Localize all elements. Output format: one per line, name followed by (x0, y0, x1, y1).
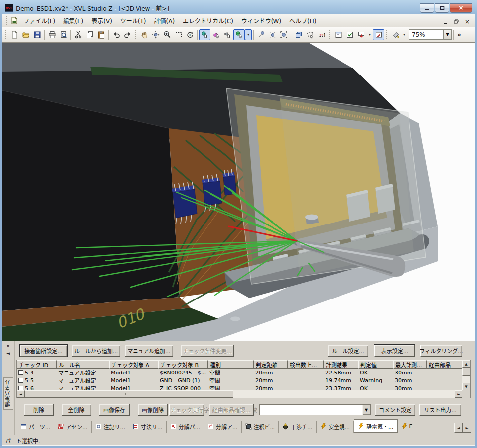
col-max-measure[interactable]: 最大計測... (393, 360, 427, 369)
glue-point-settings-button[interactable]: 接着箇所設定... (20, 345, 67, 357)
new-document-icon[interactable] (8, 29, 20, 40)
import-drop-dropdown[interactable]: ▾ (367, 29, 373, 40)
run-check-button[interactable]: チェック実行 (169, 404, 204, 416)
cut-icon[interactable] (72, 29, 84, 40)
rotate-view-icon[interactable] (184, 29, 196, 40)
tab-note-list[interactable]: 注記リ... (92, 421, 130, 433)
paint-fill-dropdown[interactable]: ▾ (401, 29, 407, 40)
zoom-level-dropdown[interactable]: ▼ (443, 30, 451, 39)
print-preview-icon[interactable] (58, 29, 69, 40)
menu-window[interactable]: ウィンドウ(W) (237, 15, 285, 26)
tab-disassembly-parts[interactable]: 分解パ... (167, 421, 204, 433)
toolbar-grip-4[interactable] (386, 30, 388, 39)
filtering-button[interactable]: フィルタリング... (420, 345, 462, 357)
toolbar-overflow-chevron[interactable]: » (457, 31, 461, 38)
comment-settings-button[interactable]: コメント設定 (375, 404, 415, 416)
lasso-select-icon[interactable] (304, 29, 316, 40)
panel-collapse-icon[interactable]: ◄ (4, 350, 12, 357)
tab-dimension-list[interactable]: 寸法リ... (129, 421, 167, 433)
table-row[interactable]: 5-4 マニュアル設定 Model1 $BN000245 - $... 空間 2… (17, 369, 462, 376)
save-icon[interactable] (31, 29, 43, 40)
point-focus-icon[interactable] (278, 29, 289, 40)
row-checkbox[interactable] (18, 386, 23, 390)
print-icon[interactable] (46, 29, 58, 40)
menu-evaluate[interactable]: 評価(A) (150, 15, 179, 26)
menu-electrical[interactable]: エレクトリカル(C) (179, 15, 237, 26)
move-view-icon[interactable] (150, 29, 161, 40)
table-vertical-scrollbar[interactable]: ▲ ▼ (462, 360, 470, 390)
table-row[interactable]: 5-6 マニュアル設定 Model1 Z_IC-SSOP-000 空間 20mm… (17, 384, 462, 390)
col-judge-distance[interactable]: 判定距離 (254, 360, 288, 369)
tab-disassembly-anim[interactable]: 分解ア... (204, 421, 242, 433)
panel-close-icon[interactable]: ✕ (4, 343, 12, 350)
mdi-close-button[interactable]: × (463, 17, 471, 24)
table-horizontal-scrollbar[interactable]: ◄ ► (17, 390, 463, 398)
tab-scroll-left-icon[interactable]: ◄ (454, 423, 463, 433)
delete-all-button[interactable]: 全削除 (62, 404, 91, 416)
menubar-grip[interactable] (5, 16, 8, 25)
col-measured[interactable]: 計測結果 (324, 360, 358, 369)
add-from-rule-button[interactable]: ルールから追加... (72, 345, 120, 357)
import-drop-icon[interactable] (355, 29, 367, 40)
table-row[interactable]: 5-5 マニュアル設定 Model1 GND - GND (1) 空間 20mm… (17, 376, 462, 384)
horizontal-scroll-thumb[interactable] (25, 390, 233, 398)
tab-assembly[interactable]: アセン... (54, 421, 91, 433)
filter-combo-dropdown[interactable]: ▼ (362, 405, 370, 415)
document-icon[interactable] (11, 17, 18, 24)
toolbar-grip-1[interactable] (4, 30, 7, 39)
vertical-scroll-thumb[interactable] (462, 368, 470, 376)
zoom-view-icon[interactable] (161, 29, 173, 40)
menu-view[interactable]: 表示(V) (87, 15, 116, 26)
close-button[interactable]: × (450, 3, 472, 13)
tree-panel-icon[interactable] (333, 29, 344, 40)
select-mute-icon[interactable] (222, 29, 233, 40)
menu-file[interactable]: ファイル(F) (19, 15, 59, 26)
save-image-button[interactable]: 画像保存 (99, 404, 130, 416)
col-target-b[interactable]: チェック対象 B (158, 360, 208, 369)
title-bar[interactable]: XVL Demo_ESD1.xv2* - XVL Studio Z - [<3D… (2, 0, 475, 14)
select-rectangle-icon[interactable] (173, 29, 184, 40)
row-checkbox[interactable] (18, 378, 23, 383)
display-settings-button[interactable]: 表示設定... (374, 345, 415, 357)
select-mode-icon[interactable] (233, 29, 245, 40)
col-judgement[interactable]: 判定値 (358, 360, 393, 369)
rule-settings-button[interactable]: ルール設定... (328, 345, 368, 357)
menu-tools[interactable]: ツール(T) (116, 15, 150, 26)
maximize-button[interactable] (435, 3, 449, 13)
zoom-level-combo[interactable]: 75% ▼ (409, 29, 452, 40)
scroll-down-icon[interactable]: ▼ (462, 383, 470, 390)
paint-fill-icon[interactable] (390, 29, 401, 40)
row-checkbox[interactable] (18, 370, 23, 375)
check-panel-icon[interactable] (344, 29, 355, 40)
tab-scroll-right-icon[interactable]: ► (463, 423, 471, 433)
select-part-icon[interactable] (199, 29, 210, 40)
point-snap-icon[interactable] (255, 29, 267, 40)
tab-annotation-view[interactable]: 注釈ビ... (242, 421, 279, 433)
paste-icon[interactable] (95, 29, 107, 40)
col-target-a[interactable]: チェック対象 A (109, 360, 158, 369)
tab-interference-check[interactable]: 干渉チ... (279, 421, 317, 433)
menu-edit[interactable]: 編集(E) (59, 15, 87, 26)
select-mode-dropdown[interactable]: ▾ (245, 29, 252, 40)
measure-region-icon[interactable]: 123 (316, 29, 327, 40)
3d-viewport[interactable]: 010 (2, 42, 475, 341)
tab-safety-regulation[interactable]: 安全規... (317, 421, 354, 433)
toolbar-grip-2[interactable] (135, 30, 137, 39)
edit-panel-icon[interactable] (373, 29, 384, 40)
scroll-up-icon[interactable]: ▲ (462, 360, 470, 368)
redo-icon[interactable] (122, 29, 133, 40)
delete-button[interactable]: 削除 (24, 404, 54, 416)
pan-view-icon[interactable] (138, 29, 150, 40)
minimize-button[interactable] (420, 3, 434, 13)
mdi-restore-button[interactable] (452, 17, 460, 24)
tab-parts[interactable]: パーツ... (17, 421, 54, 433)
list-output-button[interactable]: リスト出力... (419, 404, 461, 416)
select-surface-icon[interactable] (210, 29, 222, 40)
change-check-condition-button[interactable]: チェック条件変更... (181, 345, 234, 357)
scroll-right-icon[interactable]: ► (455, 390, 463, 398)
via-parts-confirm-button[interactable]: 経由部品確認... (209, 404, 254, 416)
manual-add-button[interactable]: マニュアル追加... (125, 345, 173, 357)
open-file-icon[interactable] (20, 29, 31, 40)
point-cloud-icon[interactable] (267, 29, 278, 40)
toolbar-grip-3[interactable] (329, 30, 331, 39)
